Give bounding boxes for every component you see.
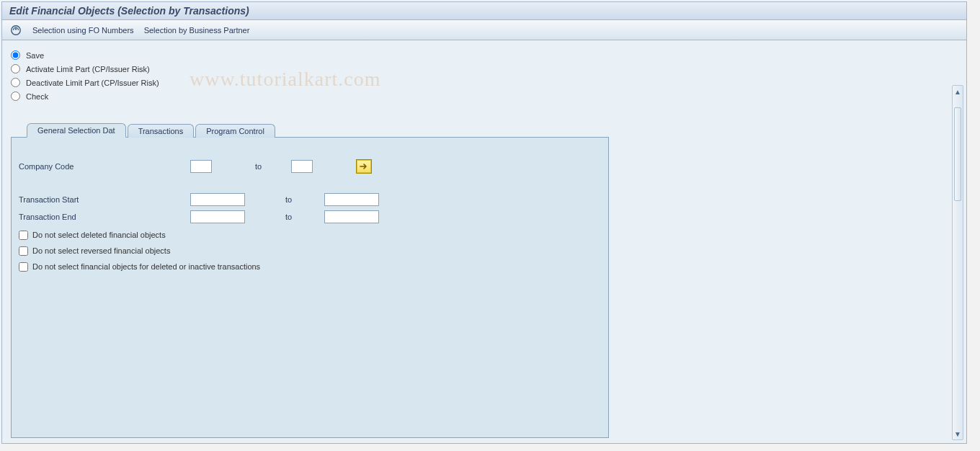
radio-deactivate[interactable]: Deactivate Limit Part (CP/Issuer Risk)	[11, 78, 958, 87]
check-no-reversed[interactable]: Do not select reversed financial objects	[19, 243, 601, 259]
multi-select-button-company-code[interactable]	[356, 159, 372, 174]
vertical-scrollbar[interactable]: ▲ ▼	[952, 85, 963, 440]
radio-check[interactable]: Check	[11, 91, 958, 101]
radio-activate-input[interactable]	[11, 64, 20, 73]
radio-save[interactable]: Save	[11, 50, 958, 60]
tab-general-selection[interactable]: General Selection Dat	[27, 123, 126, 138]
label-transaction-start: Transaction Start	[19, 195, 190, 204]
radio-deactivate-label: Deactivate Limit Part (CP/Issuer Risk)	[26, 79, 159, 87]
radio-check-input[interactable]	[11, 91, 20, 101]
input-transaction-start-from[interactable]	[190, 193, 245, 206]
selection-business-partner-link[interactable]: Selection by Business Partner	[144, 26, 250, 35]
checkbox-no-reversed[interactable]	[19, 246, 28, 256]
checkbox-no-reversed-label: Do not select reversed financial objects	[32, 246, 170, 255]
content-area: www.tutorialkart.com Save Activate Limit…	[1, 40, 967, 444]
input-company-code-from[interactable]	[190, 160, 212, 173]
row-transaction-start: Transaction Start to	[19, 191, 601, 208]
radio-activate[interactable]: Activate Limit Part (CP/Issuer Risk)	[11, 64, 958, 73]
label-to-2: to	[245, 195, 324, 204]
tab-program-control[interactable]: Program Control	[195, 124, 275, 138]
page-title: Edit Financial Objects (Selection by Tra…	[1, 1, 967, 20]
radio-save-label: Save	[26, 51, 44, 60]
tabstrip: General Selection Dat Transactions Progr…	[27, 122, 958, 137]
input-transaction-end-from[interactable]	[190, 210, 245, 223]
label-company-code: Company Code	[19, 162, 190, 171]
radio-check-label: Check	[26, 92, 48, 101]
execute-icon[interactable]	[9, 24, 22, 37]
checkbox-no-deleted[interactable]	[19, 231, 28, 240]
input-transaction-end-to[interactable]	[324, 210, 379, 223]
radio-activate-label: Activate Limit Part (CP/Issuer Risk)	[26, 65, 150, 73]
row-transaction-end: Transaction End to	[19, 208, 601, 226]
label-to-1: to	[212, 162, 291, 171]
row-company-code: Company Code to	[19, 158, 601, 175]
scroll-up-icon[interactable]: ▲	[953, 87, 962, 96]
svg-marker-1	[14, 29, 17, 30]
tab-panel-general: Company Code to Transaction Start to Tra…	[11, 137, 609, 438]
check-no-inactive[interactable]: Do not select financial objects for dele…	[19, 259, 601, 274]
tab-transactions[interactable]: Transactions	[128, 124, 195, 138]
radio-deactivate-input[interactable]	[11, 78, 20, 87]
scroll-down-icon[interactable]: ▼	[953, 429, 962, 438]
input-company-code-to[interactable]	[291, 160, 313, 173]
app-toolbar: Selection using FO Numbers Selection by …	[1, 20, 967, 40]
selection-fo-numbers-link[interactable]: Selection using FO Numbers	[32, 26, 134, 35]
check-no-deleted[interactable]: Do not select deleted financial objects	[19, 227, 601, 243]
radio-save-input[interactable]	[11, 50, 20, 60]
action-radio-group: Save Activate Limit Part (CP/Issuer Risk…	[11, 50, 958, 101]
checkbox-no-deleted-label: Do not select deleted financial objects	[32, 231, 166, 239]
checkbox-no-inactive-label: Do not select financial objects for dele…	[32, 262, 260, 271]
arrow-right-icon	[360, 163, 368, 170]
label-transaction-end: Transaction End	[19, 213, 190, 221]
checkbox-no-inactive[interactable]	[19, 262, 28, 272]
label-to-3: to	[245, 213, 324, 221]
scroll-thumb[interactable]	[954, 107, 961, 201]
input-transaction-start-to[interactable]	[324, 193, 379, 206]
